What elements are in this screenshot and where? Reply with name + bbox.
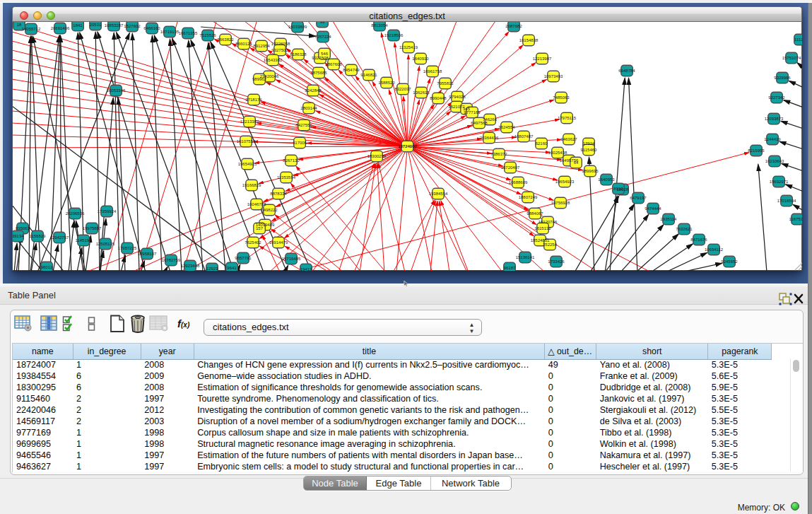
svg-text:7955812: 7955812 (437, 81, 454, 86)
svg-text:16961758: 16961758 (423, 69, 442, 74)
svg-text:16033809: 16033809 (288, 25, 307, 29)
svg-text:3624554: 3624554 (498, 125, 515, 129)
svg-text:19756928: 19756928 (551, 201, 570, 205)
svg-text:9242848: 9242848 (305, 88, 322, 93)
svg-text:7515526: 7515526 (199, 33, 216, 37)
svg-text:2867608: 2867608 (325, 62, 342, 66)
svg-text:19166829: 19166829 (242, 183, 261, 187)
svg-text:20053346: 20053346 (107, 88, 126, 93)
svg-text:7663822: 7663822 (217, 37, 234, 42)
svg-text:16782759: 16782759 (162, 258, 181, 262)
svg-text:835061: 835061 (16, 226, 30, 230)
svg-text:1167533: 1167533 (789, 217, 802, 221)
svg-text:8471676: 8471676 (690, 238, 707, 242)
svg-text:99: 99 (320, 22, 325, 24)
svg-text:10853287: 10853287 (105, 23, 124, 28)
svg-text:8912954: 8912954 (253, 44, 270, 48)
svg-text:9474444: 9474444 (645, 206, 661, 211)
svg-text:8186328: 8186328 (290, 52, 307, 57)
svg-text:6466160: 6466160 (143, 26, 160, 30)
svg-text:9777169: 9777169 (464, 110, 481, 115)
svg-text:15720407: 15720407 (501, 165, 520, 170)
svg-text:1362615: 1362615 (413, 90, 430, 95)
svg-text:1640910: 1640910 (412, 57, 429, 61)
svg-text:12942757: 12942757 (50, 235, 69, 240)
svg-text:1156829: 1156829 (30, 234, 47, 238)
svg-text:9794028: 9794028 (449, 95, 466, 99)
svg-text:16210643: 16210643 (765, 159, 784, 163)
svg-text:19654925: 19654925 (238, 162, 257, 166)
svg-text:8660124: 8660124 (235, 42, 252, 46)
svg-text:17924: 17924 (583, 141, 595, 146)
svg-text:20364436: 20364436 (480, 136, 499, 140)
svg-text:11123: 11123 (794, 37, 802, 42)
svg-text:19413: 19413 (300, 267, 312, 271)
svg-text:19384554: 19384554 (429, 192, 448, 196)
svg-text:7485063: 7485063 (553, 95, 570, 100)
svg-text:2087682: 2087682 (505, 24, 522, 28)
svg-text:9657791: 9657791 (235, 256, 252, 260)
svg-text:9884067: 9884067 (526, 211, 543, 216)
svg-text:2935114: 2935114 (661, 217, 678, 221)
svg-text:9327500: 9327500 (271, 48, 288, 52)
svg-text:5498222: 5498222 (261, 208, 278, 212)
svg-text:417006: 417006 (293, 141, 307, 145)
svg-text:252254: 252254 (543, 243, 558, 247)
svg-text:12213987: 12213987 (533, 57, 552, 61)
svg-text:1640953: 1640953 (598, 177, 615, 182)
svg-text:6648784: 6648784 (618, 69, 635, 73)
svg-text:13226058: 13226058 (271, 42, 290, 46)
svg-text:14055712: 14055712 (22, 27, 41, 31)
svg-text:16543382: 16543382 (264, 58, 283, 62)
svg-text:15136141: 15136141 (516, 255, 535, 259)
svg-text:10958107: 10958107 (138, 252, 157, 256)
svg-text:96187: 96187 (504, 266, 516, 270)
svg-text:8813054: 8813054 (371, 23, 388, 28)
svg-text:9245652: 9245652 (721, 259, 738, 264)
svg-text:1733426: 1733426 (548, 259, 565, 264)
svg-text:9463627: 9463627 (560, 137, 577, 141)
svg-text:16914479: 16914479 (269, 240, 288, 245)
svg-text:2803144: 2803144 (300, 106, 317, 110)
svg-text:1527602: 1527602 (124, 24, 141, 28)
svg-text:11353594: 11353594 (277, 175, 296, 180)
svg-text:12923448: 12923448 (181, 264, 200, 268)
svg-text:9115460: 9115460 (581, 148, 598, 152)
svg-text:9146821: 9146821 (360, 73, 377, 77)
svg-text:19654923: 19654923 (555, 180, 575, 184)
svg-text:64: 64 (574, 160, 579, 165)
svg-text:18724007: 18724007 (398, 144, 417, 148)
svg-text:17016504: 17016504 (777, 199, 796, 203)
svg-text:1841: 1841 (73, 23, 83, 28)
svg-text:19218506: 19218506 (384, 33, 404, 37)
svg-text:9899695: 9899695 (582, 169, 599, 173)
svg-text:3875685: 3875685 (310, 71, 327, 75)
svg-text:2718176: 2718176 (245, 98, 262, 102)
svg-text:1145194: 1145194 (76, 238, 93, 243)
svg-text:9641: 9641 (227, 266, 237, 270)
svg-text:989962: 989962 (252, 77, 267, 81)
svg-text:6479197: 6479197 (630, 196, 647, 200)
svg-text:6497568: 6497568 (471, 121, 488, 125)
svg-text:9327508: 9327508 (312, 56, 329, 60)
svg-text:20691406: 20691406 (51, 26, 70, 30)
svg-text:11325419: 11325419 (399, 45, 418, 49)
svg-text:19975887: 19975887 (83, 226, 102, 230)
svg-text:62160: 62160 (536, 141, 548, 146)
svg-text:7386372: 7386372 (490, 152, 507, 156)
svg-text:18300295: 18300295 (367, 154, 387, 158)
svg-text:15751074: 15751074 (782, 56, 801, 60)
svg-text:16120746: 16120746 (539, 220, 558, 224)
svg-text:17359924: 17359924 (98, 209, 117, 214)
svg-text:20206536: 20206536 (66, 211, 85, 216)
svg-text:10807487: 10807487 (514, 134, 534, 139)
svg-text:12505135: 12505135 (96, 242, 115, 246)
svg-text:10654112: 10654112 (705, 247, 724, 252)
svg-text:157: 157 (256, 226, 264, 230)
svg-text:9329966: 9329966 (774, 76, 791, 80)
svg-text:17957225: 17957225 (118, 246, 137, 250)
svg-text:8267130: 8267130 (283, 158, 300, 163)
svg-text:16671355: 16671355 (179, 31, 198, 35)
svg-text:1588520: 1588520 (378, 81, 395, 85)
svg-text:1615132: 1615132 (534, 226, 551, 230)
